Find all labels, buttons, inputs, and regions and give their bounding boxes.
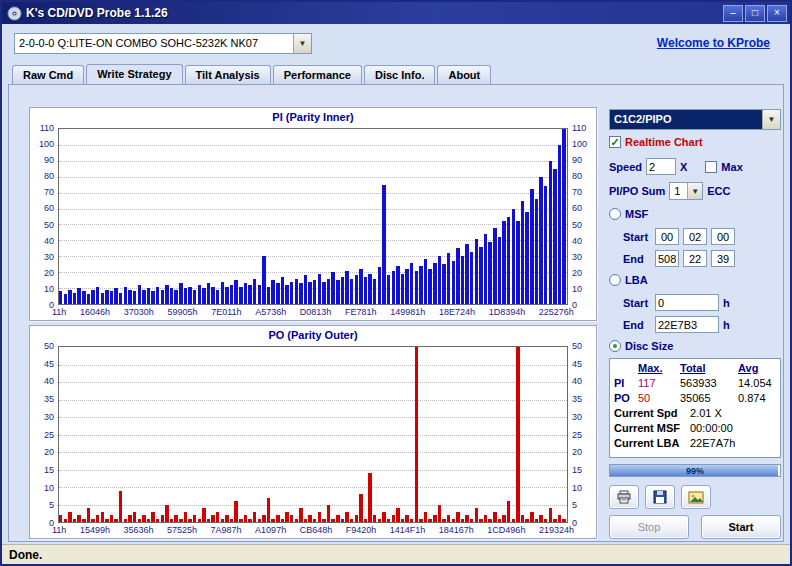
chart-bar — [211, 515, 214, 522]
chart-bar — [290, 515, 293, 522]
x-axis-label: 16046h — [80, 307, 110, 319]
max-speed-checkbox[interactable] — [705, 161, 717, 173]
msf-end-min-input[interactable] — [655, 250, 679, 267]
chart-bar — [396, 266, 399, 304]
chart-bar — [142, 290, 145, 304]
chart-bar — [96, 287, 99, 305]
y-axis-label: 30 — [572, 252, 582, 262]
chart-bar — [530, 512, 533, 523]
save-button[interactable] — [645, 485, 675, 509]
tab-tilt-analysis[interactable]: Tilt Analysis — [185, 65, 271, 84]
po-x-axis: 11h15499h35636h57525h7A987hA1097hCB648hF… — [52, 525, 574, 537]
chart-bar — [230, 285, 233, 304]
chart-bar — [151, 512, 154, 523]
chart-bar — [207, 519, 210, 523]
chart-bar — [493, 512, 496, 523]
pipo-sum-selector[interactable]: 1 ▼ — [669, 182, 703, 200]
msf-start-sec-input[interactable] — [683, 228, 707, 245]
client-area: 2-0-0-0 Q:LITE-ON COMBO SOHC-5232K NK07 … — [2, 24, 790, 564]
chart-bar — [110, 291, 113, 304]
close-button[interactable]: × — [767, 5, 787, 22]
chart-bar — [308, 282, 311, 304]
chart-bar — [502, 515, 505, 522]
mode-selector[interactable]: C1C2/PIPO ▼ — [609, 109, 781, 130]
speed-input[interactable] — [646, 158, 676, 175]
y-axis-label: 80 — [44, 171, 54, 181]
chart-bar — [428, 519, 431, 523]
lba-radio[interactable] — [609, 274, 621, 286]
tab-about[interactable]: About — [437, 65, 491, 84]
msf-start-min-input[interactable] — [655, 228, 679, 245]
chart-bar — [156, 519, 159, 523]
chart-bar — [498, 519, 501, 523]
po-plot-area — [58, 346, 568, 523]
chart-bar — [350, 519, 353, 523]
gridline — [59, 417, 567, 418]
lba-end-input[interactable] — [655, 316, 719, 333]
lba-start-input[interactable] — [655, 294, 719, 311]
pi-plot-area — [58, 128, 568, 305]
y-axis-label: 35 — [44, 394, 54, 404]
statistics-panel: Max.TotalAvgPI11756393314.054PO50350650.… — [609, 358, 781, 458]
chart-bar — [507, 501, 510, 522]
chart-bar — [188, 519, 191, 523]
x-axis-label: 225276h — [539, 307, 574, 319]
x-axis-label: 18E724h — [439, 307, 475, 319]
y-axis-label: 35 — [572, 394, 582, 404]
chart-bar — [387, 519, 390, 523]
chart-bar — [73, 519, 76, 523]
chart-bar — [304, 275, 307, 304]
tab-write-strategy[interactable]: Write Strategy — [86, 64, 182, 85]
tab-performance[interactable]: Performance — [273, 65, 362, 84]
chart-bar — [299, 283, 302, 304]
chevron-down-icon[interactable]: ▼ — [687, 183, 702, 199]
msf-end-frame-input[interactable] — [711, 250, 735, 267]
msf-end-sec-input[interactable] — [683, 250, 707, 267]
chart-bar — [392, 271, 395, 304]
chart-bar — [110, 515, 113, 522]
chart-bar — [198, 285, 201, 304]
action-buttons: Stop Start — [609, 515, 781, 539]
chart-bar — [544, 186, 547, 304]
chart-bar — [281, 277, 284, 304]
x-axis-label: 35636h — [123, 525, 153, 537]
chart-bar — [101, 293, 104, 304]
chart-bar — [193, 515, 196, 522]
tab-raw-cmd[interactable]: Raw Cmd — [12, 65, 84, 84]
msf-start-frame-input[interactable] — [711, 228, 735, 245]
chevron-down-icon[interactable]: ▼ — [762, 110, 780, 129]
minimize-button[interactable]: – — [723, 5, 743, 22]
chart-bar — [368, 274, 371, 304]
chart-bar — [562, 519, 565, 523]
gridline — [59, 400, 567, 401]
print-button[interactable] — [609, 485, 639, 509]
chart-bar — [544, 519, 547, 523]
app-icon — [7, 6, 22, 21]
welcome-link[interactable]: Welcome to KProbe — [657, 36, 770, 50]
chart-bar — [138, 519, 141, 523]
chart-bar — [281, 519, 284, 523]
y-axis-label: 70 — [44, 187, 54, 197]
chart-bar — [345, 512, 348, 523]
chart-bar — [304, 519, 307, 523]
disc-size-radio[interactable] — [609, 340, 621, 352]
chart-bar — [285, 285, 288, 304]
chart-bar — [350, 279, 353, 304]
chart-bar — [475, 508, 478, 522]
start-button[interactable]: Start — [701, 515, 781, 539]
y-axis-label: 60 — [44, 203, 54, 213]
tab-disc-info[interactable]: Disc Info. — [364, 65, 436, 84]
top-row: 2-0-0-0 Q:LITE-ON COMBO SOHC-5232K NK07 … — [14, 32, 778, 54]
maximize-button[interactable]: □ — [745, 5, 765, 22]
msf-radio[interactable] — [609, 208, 621, 220]
stop-button[interactable]: Stop — [609, 515, 689, 539]
chevron-down-icon[interactable]: ▼ — [293, 34, 311, 53]
drive-selector[interactable]: 2-0-0-0 Q:LITE-ON COMBO SOHC-5232K NK07 … — [14, 33, 312, 54]
chart-bar — [387, 275, 390, 304]
chart-bar — [364, 519, 367, 523]
gridline — [59, 224, 567, 225]
realtime-chart-checkbox[interactable]: ✓ — [609, 136, 621, 148]
y-axis-label: 100 — [572, 139, 587, 149]
save-image-button[interactable] — [681, 485, 711, 509]
x-axis-label: 1414F1h — [390, 525, 426, 537]
